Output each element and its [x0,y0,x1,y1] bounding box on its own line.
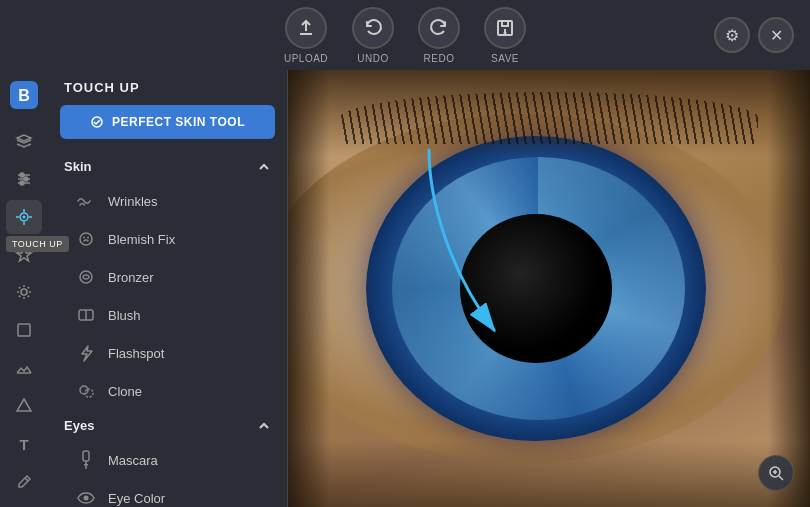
wrinkles-icon [76,191,96,211]
eyes-section-header[interactable]: Eyes [48,410,287,441]
svg-marker-19 [17,399,31,411]
undo-button[interactable]: UNDO [352,7,394,64]
main-area: B TOUCH UP [0,70,810,507]
crop-icon[interactable] [6,313,42,347]
shapes-icon[interactable] [6,389,42,423]
sidebar-item-mascara[interactable]: Mascara [48,441,287,479]
layers-icon[interactable] [6,124,42,158]
settings-button[interactable]: ⚙ [714,17,750,53]
touch-up-icon[interactable]: TOUCH UP [6,200,42,234]
blemish-icon [76,229,96,249]
mascara-label: Mascara [108,453,158,468]
svg-point-31 [84,496,89,501]
draw-icon[interactable] [6,465,42,499]
toolbar-center: UPLOAD UNDO REDO [284,7,526,64]
skin-section-header[interactable]: Skin [48,151,287,182]
svg-point-22 [83,237,85,239]
svg-point-1 [504,31,507,34]
redo-button[interactable]: REDO [418,7,460,64]
svg-point-23 [87,237,89,239]
toolbar-actions: ⚙ ✕ [714,17,794,53]
sidebar-item-flashspot[interactable]: Flashspot [48,334,287,372]
blemish-label: Blemish Fix [108,232,175,247]
svg-point-21 [80,233,92,245]
svg-point-5 [20,173,24,177]
bronzer-icon [76,267,96,287]
svg-point-7 [24,177,28,181]
toolbar: UPLOAD UNDO REDO [0,0,810,70]
sidebar-item-blemish[interactable]: Blemish Fix [48,220,287,258]
sidebar-item-clone[interactable]: Clone [48,372,287,410]
bronzer-label: Bronzer [108,270,154,285]
sidebar-panel: TOUCH UP PERFECT SKIN TOOL Skin Wri [48,70,288,507]
flashspot-label: Flashspot [108,346,164,361]
landscape-icon[interactable] [6,351,42,385]
eye-color-icon [76,488,96,507]
adjustments-icon[interactable] [6,162,42,196]
skin-collapse-icon [257,160,271,174]
svg-point-9 [20,181,24,185]
upload-button[interactable]: UPLOAD [284,7,328,64]
effects-icon[interactable] [6,276,42,310]
clone-label: Clone [108,384,142,399]
flashspot-icon [76,343,96,363]
app-logo: B [6,78,42,112]
sidebar-item-eye-color[interactable]: Eye Color [48,479,287,507]
blush-label: Blush [108,308,141,323]
svg-point-11 [23,215,26,218]
svg-point-16 [21,289,27,295]
sidebar-item-bronzer[interactable]: Bronzer [48,258,287,296]
close-button[interactable]: ✕ [758,17,794,53]
favorites-icon[interactable] [6,238,42,272]
clone-icon [76,381,96,401]
panel-title: TOUCH UP [48,70,287,105]
zoom-button[interactable] [758,455,794,491]
perfect-skin-button[interactable]: PERFECT SKIN TOOL [60,105,275,139]
svg-rect-17 [18,324,30,336]
svg-line-38 [779,476,783,480]
mascara-icon [76,450,96,470]
sidebar-item-wrinkles[interactable]: Wrinkles [48,182,287,220]
sidebar-item-blush[interactable]: Blush [48,296,287,334]
wrinkles-label: Wrinkles [108,194,158,209]
eyes-collapse-icon [257,419,271,433]
blush-icon [76,305,96,325]
icon-rail: B TOUCH UP [0,70,48,507]
svg-rect-29 [83,451,89,461]
svg-text:B: B [18,87,30,104]
eye-color-label: Eye Color [108,491,165,506]
save-button[interactable]: SAVE [484,7,526,64]
canvas-area[interactable] [288,70,810,507]
svg-point-24 [80,271,92,283]
text-icon[interactable]: T [6,427,42,461]
